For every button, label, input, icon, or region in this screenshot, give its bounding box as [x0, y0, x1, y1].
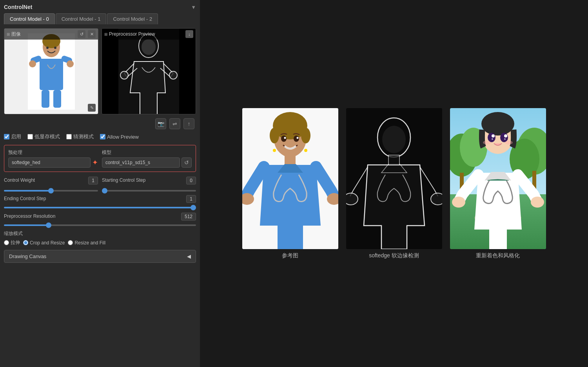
control-weight-slider[interactable] — [4, 190, 98, 192]
swap-button[interactable]: ⇌ — [169, 118, 180, 129]
svg-point-15 — [120, 71, 128, 79]
starting-step-value: 0 — [186, 177, 196, 184]
zoom-fill-label: Resize and Fill — [74, 240, 105, 246]
ending-step-value: 1 — [186, 195, 196, 203]
tab-control-model-2[interactable]: Control Model - 2 — [107, 13, 158, 24]
weight-start-sliders-row — [4, 187, 196, 193]
source-image-content[interactable] — [4, 29, 98, 114]
control-weight-label: Control Weight — [4, 177, 35, 183]
large-softedge-svg — [346, 108, 442, 249]
zoom-option-fill[interactable]: Resize and Fill — [68, 239, 105, 246]
enable-checkbox[interactable] — [4, 134, 9, 139]
close-source-button[interactable]: ✕ — [88, 30, 96, 38]
zoom-stretch-label: 拉伸 — [11, 239, 20, 246]
nurse-original-svg — [28, 33, 75, 110]
low-vram-checkbox[interactable] — [27, 134, 33, 139]
svg-point-53 — [504, 138, 506, 140]
svg-point-52 — [492, 138, 493, 140]
result-image-anime — [450, 108, 546, 249]
zoom-option-stretch[interactable]: 拉伸 — [4, 239, 20, 246]
zoom-fill-radio[interactable] — [68, 240, 73, 245]
svg-point-16 — [169, 71, 177, 79]
svg-rect-3 — [40, 59, 63, 90]
preprocessor-control: softedge_hed ✦ — [8, 157, 98, 168]
low-vram-checkbox-item[interactable]: 低显存模式 — [27, 133, 60, 140]
svg-point-57 — [505, 141, 513, 145]
starting-group: Starting Control Step 0 — [102, 177, 196, 185]
collapse-arrow[interactable]: ▼ — [191, 4, 196, 10]
allow-preview-checkbox[interactable] — [100, 134, 105, 139]
drawing-canvas-row[interactable]: Drawing Canvas ◀ — [4, 250, 196, 263]
control-weight-value: 1 — [88, 177, 98, 184]
source-image-box: ⊞ 图像 ↺ ✕ — [4, 28, 98, 114]
enable-checkbox-item[interactable]: 启用 — [4, 133, 21, 140]
download-preview-button[interactable]: ↓ — [185, 30, 193, 38]
svg-point-7 — [67, 60, 74, 67]
preprocessor-preview-content — [102, 29, 196, 114]
svg-point-27 — [284, 137, 286, 139]
svg-point-21 — [301, 128, 310, 143]
weight-start-section: Control Weight 1 Starting Control Step 0 — [4, 177, 196, 193]
edit-icon-container: ✎ — [88, 104, 96, 112]
zoom-crop-label: Crop and Resize — [30, 240, 65, 246]
svg-point-47 — [481, 112, 514, 136]
allow-preview-checkbox-item[interactable]: Allow Preview — [100, 134, 139, 140]
model-section-label: 模型 — [102, 149, 192, 156]
original-image-display — [242, 108, 338, 249]
preprocess-model-section: 预处理 softedge_hed ✦ 模型 control_v11p_sd15_… — [4, 145, 196, 172]
allow-preview-label: Allow Preview — [107, 134, 139, 140]
guess-mode-checkbox[interactable] — [66, 134, 72, 139]
model-control: control_v11p_sd15_s ↺ — [102, 157, 192, 168]
panel-title: ControlNet — [4, 4, 32, 10]
result-item-softedge: softedge 软边缘检测 — [346, 108, 442, 259]
right-panel: 参考图 — [200, 0, 588, 367]
model-select[interactable]: control_v11p_sd15_s — [102, 157, 180, 168]
svg-point-20 — [270, 128, 279, 143]
starting-row: Starting Control Step 0 — [102, 177, 196, 184]
model-tabs: Control Model - 0 Control Model - 1 Cont… — [4, 13, 196, 24]
zoom-stretch-radio[interactable] — [4, 240, 9, 245]
zoom-crop-radio[interactable] — [23, 240, 28, 245]
refresh-source-button[interactable]: ↺ — [78, 30, 85, 38]
upload-button[interactable]: ↑ — [183, 118, 194, 129]
svg-point-48 — [488, 133, 495, 142]
resolution-label: Preprocessor Resolution — [4, 213, 55, 219]
preprocessor-label: Preprocessor Preview — [109, 31, 155, 37]
svg-point-29 — [273, 149, 276, 152]
resolution-value: 512 — [181, 213, 196, 221]
resolution-slider[interactable] — [4, 224, 196, 226]
enable-label: 启用 — [11, 133, 21, 140]
result-item-original: 参考图 — [242, 108, 338, 259]
starting-step-slider[interactable] — [102, 190, 196, 192]
guess-mode-label: 猜测模式 — [73, 133, 94, 140]
left-panel: ControlNet ▼ Control Model - 0 Control M… — [0, 0, 200, 367]
weight-slider-container — [4, 187, 98, 193]
svg-point-33 — [382, 126, 406, 153]
weight-group: Control Weight 1 — [4, 177, 98, 185]
action-row: 📷 ⇌ ↑ — [4, 118, 196, 129]
result-image-softedge — [346, 108, 442, 249]
zoom-option-crop[interactable]: Crop and Resize — [23, 239, 65, 246]
ending-step-label: Ending Control Step — [4, 196, 46, 201]
result-image-original — [242, 108, 338, 249]
zoom-options: 拉伸 Crop and Resize Resize and Fill — [4, 239, 196, 246]
tab-control-model-1[interactable]: Control Model - 1 — [56, 13, 107, 24]
svg-point-14 — [142, 39, 156, 55]
low-vram-label: 低显存模式 — [34, 133, 60, 140]
preprocessor-select[interactable]: softedge_hed — [8, 157, 91, 168]
ending-step-slider[interactable] — [4, 207, 196, 208]
svg-point-35 — [431, 193, 442, 205]
caption-softedge: softedge 软边缘检测 — [369, 252, 419, 259]
drawing-canvas-label: Drawing Canvas — [9, 253, 46, 259]
guess-mode-checkbox-item[interactable]: 猜测模式 — [66, 133, 94, 140]
caption-anime: 重新着色和风格化 — [476, 252, 520, 259]
weight-start-labels-row: Control Weight 1 Starting Control Step 0 — [4, 177, 196, 185]
result-item-anime: 重新着色和风格化 — [450, 108, 546, 259]
model-col: 模型 control_v11p_sd15_s ↺ — [102, 149, 192, 168]
softedge-image-display — [346, 108, 442, 249]
edit-source-button[interactable]: ✎ — [88, 104, 96, 112]
tab-control-model-0[interactable]: Control Model - 0 — [4, 13, 55, 24]
model-refresh-button[interactable]: ↺ — [181, 157, 192, 168]
image-row: ⊞ 图像 ↺ ✕ — [4, 28, 196, 114]
camera-button[interactable]: 📷 — [155, 118, 166, 129]
